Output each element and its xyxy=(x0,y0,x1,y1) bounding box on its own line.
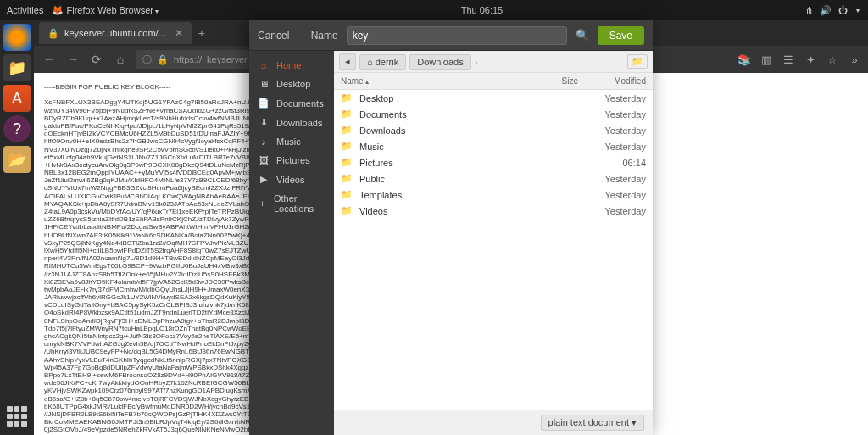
tab-title: keyserver.ubuntu.com/... xyxy=(64,28,166,38)
sidebar-item-documents[interactable]: 📄Documents xyxy=(249,93,334,113)
file-row[interactable]: 📁Pictures06:14 xyxy=(334,154,653,170)
path-folder-segment[interactable]: Downloads xyxy=(409,54,470,70)
sidebar-label: Home xyxy=(276,60,301,70)
sidebar-icon: ♪ xyxy=(258,137,270,147)
sidebar-item-pictures[interactable]: 🖼Pictures xyxy=(249,151,334,170)
activities-button[interactable]: Activities xyxy=(7,5,43,16)
dock-folder[interactable]: 📂 xyxy=(3,146,31,173)
browser-tab[interactable]: 🔒 keyserver.ubuntu.com/... ✕ xyxy=(39,22,192,44)
file-name: Downloads xyxy=(359,125,536,136)
sidebar-label: Videos xyxy=(276,175,304,185)
name-label: Name xyxy=(311,30,338,42)
dock-software[interactable]: A xyxy=(3,85,31,112)
path-home-segment[interactable]: ⌂ derrik xyxy=(359,54,406,70)
header-modified[interactable]: Modified xyxy=(587,76,646,86)
file-name: Desktop xyxy=(359,93,536,103)
tab-close-button[interactable]: ✕ xyxy=(175,27,183,39)
volume-icon[interactable]: 🔊 xyxy=(820,5,832,16)
sidebar-icon[interactable]: ▥ xyxy=(760,53,773,66)
new-tab-button[interactable]: + xyxy=(198,26,205,40)
bookmark-icon[interactable]: ☆ xyxy=(826,53,839,66)
file-name: Documents xyxy=(359,109,536,120)
dock-help[interactable]: ? xyxy=(3,115,31,142)
file-name: Pictures xyxy=(359,158,536,168)
file-row[interactable]: 📁DesktopYesterday xyxy=(334,90,653,106)
dock-firefox[interactable] xyxy=(3,24,31,51)
file-modified: Yesterday xyxy=(587,142,646,152)
sidebar-label: Downloads xyxy=(276,118,322,128)
folder-icon: 📁 xyxy=(341,92,354,103)
menu-icon[interactable]: ☰ xyxy=(782,53,795,66)
clock[interactable]: Thu 06:15 xyxy=(159,5,805,15)
app-menu[interactable]: 🦊 Firefox Web Browser▾ xyxy=(52,5,159,16)
tab-lock-icon: 🔒 xyxy=(47,28,59,39)
sidebar-label: Other Locations xyxy=(274,193,326,214)
system-topbar: Activities 🦊 Firefox Web Browser▾ Thu 06… xyxy=(0,0,868,20)
file-name: Templates xyxy=(359,190,536,200)
file-row[interactable]: 📁VideosYesterday xyxy=(334,203,653,219)
save-button[interactable]: Save xyxy=(598,26,644,45)
file-name: Videos xyxy=(359,206,536,216)
dock-apps-grid[interactable] xyxy=(7,406,27,427)
url-prefix: https:// xyxy=(174,54,202,64)
lock-icon: 🔒 xyxy=(157,54,169,65)
file-list: 📁DesktopYesterday📁DocumentsYesterday📁Dow… xyxy=(334,90,653,410)
sidebar-label: Music xyxy=(276,137,301,147)
save-file-dialog: Cancel Name 🔍 Save ⌂Home🖥Desktop📄Documen… xyxy=(249,20,653,435)
search-icon[interactable]: 🔍 xyxy=(576,29,589,42)
sidebar-item-other-locations[interactable]: +Other Locations xyxy=(249,189,334,218)
sidebar-icon: 🖼 xyxy=(258,155,270,165)
filename-input[interactable] xyxy=(347,26,567,45)
sidebar-icon: 📄 xyxy=(258,98,270,109)
dock: 📁 A ? 📂 xyxy=(0,20,34,435)
sidebar-icon: ▶ xyxy=(258,174,270,185)
overflow-icon[interactable]: » xyxy=(848,53,861,66)
sidebar-item-desktop[interactable]: 🖥Desktop xyxy=(249,75,334,93)
sidebar-icon: + xyxy=(258,198,267,209)
create-folder-button[interactable]: 📁 xyxy=(627,54,648,69)
sidebar-item-home[interactable]: ⌂Home xyxy=(249,56,334,75)
home-button[interactable]: ⌂ xyxy=(112,53,129,66)
library-icon[interactable]: 📚 xyxy=(737,53,751,66)
sidebar-item-downloads[interactable]: ⬇Downloads xyxy=(249,113,334,132)
sidebar-icon: 🖥 xyxy=(258,79,270,89)
file-row[interactable]: 📁PublicYesterday xyxy=(334,170,653,187)
system-menu-chevron[interactable]: ▾ xyxy=(856,7,860,14)
folder-icon: 📁 xyxy=(341,109,354,120)
file-name: Music xyxy=(359,142,536,152)
file-row[interactable]: 📁DownloadsYesterday xyxy=(334,122,653,138)
reload-button[interactable]: ⟳ xyxy=(88,53,105,66)
header-size[interactable]: Size xyxy=(536,76,578,86)
file-row[interactable]: 📁TemplatesYesterday xyxy=(334,187,653,203)
file-name: Public xyxy=(359,174,536,184)
sidebar-icon: ⬇ xyxy=(258,117,270,128)
sidebar-label: Documents xyxy=(276,98,324,109)
folder-icon: 📁 xyxy=(341,125,354,136)
file-row[interactable]: 📁MusicYesterday xyxy=(334,138,653,154)
format-select[interactable]: plain text document ▾ xyxy=(541,415,644,431)
cancel-button[interactable]: Cancel xyxy=(258,30,289,42)
firefox-icon: 🦊 xyxy=(52,5,64,15)
path-chevron-icon: › xyxy=(475,57,478,67)
back-button[interactable]: ← xyxy=(41,53,58,66)
dock-files[interactable]: 📁 xyxy=(3,54,31,81)
sidebar-item-videos[interactable]: ▶Videos xyxy=(249,170,334,189)
forward-button[interactable]: → xyxy=(64,53,81,66)
file-row[interactable]: 📁DocumentsYesterday xyxy=(334,106,653,122)
power-icon[interactable]: ⏻ xyxy=(838,5,848,15)
file-modified: Yesterday xyxy=(587,125,646,136)
file-modified: Yesterday xyxy=(587,93,646,103)
addon-icon[interactable]: ✦ xyxy=(804,53,817,66)
files-panel: ◂ ⌂ derrik Downloads › 📁 Name ▴ Size Mod… xyxy=(334,51,653,435)
header-name[interactable]: Name ▴ xyxy=(341,76,536,86)
path-back[interactable]: ◂ xyxy=(339,53,356,70)
folder-icon: 📁 xyxy=(341,205,354,216)
sidebar-icon: ⌂ xyxy=(258,60,270,70)
info-icon: ⓘ xyxy=(142,53,152,66)
file-modified: Yesterday xyxy=(587,109,646,120)
folder-icon: 📁 xyxy=(341,189,354,200)
network-icon[interactable]: ⋔ xyxy=(805,5,813,16)
file-list-headers: Name ▴ Size Modified xyxy=(334,73,653,90)
dialog-footer: plain text document ▾ xyxy=(334,410,653,435)
sidebar-item-music[interactable]: ♪Music xyxy=(249,132,334,151)
